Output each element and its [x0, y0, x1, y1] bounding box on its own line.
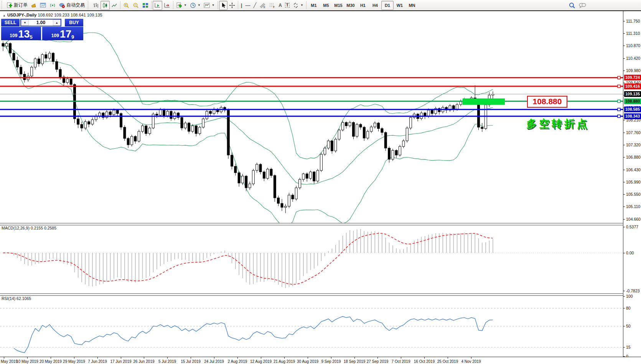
indicators-button[interactable]: ▼ — [175, 1, 188, 10]
trendline-icon: ╱ — [253, 2, 256, 8]
horizontal-level-line[interactable] — [0, 86, 623, 87]
line-drag-handle[interactable] — [618, 108, 620, 111]
price-tick-mark — [623, 33, 625, 34]
level-price-label: 109.724 — [624, 75, 641, 80]
signals-button[interactable] — [48, 1, 57, 10]
vertical-line-button[interactable]: | — [239, 1, 244, 10]
new-order-button[interactable]: 新订单 — [5, 1, 29, 10]
sell-price-display[interactable]: 109135 — [1, 27, 41, 40]
autotrade-button[interactable]: 自动交易 — [57, 1, 86, 10]
line-chart-icon — [111, 2, 117, 8]
date-tick-mark — [448, 357, 448, 359]
price-tick-mark — [623, 170, 625, 170]
buy-price-display[interactable]: 109179 — [42, 27, 83, 40]
price-callout[interactable]: 108.880 — [527, 96, 567, 108]
macd-scale-label: 0.00 — [626, 251, 634, 255]
text-label-button[interactable]: T — [283, 1, 291, 10]
timeframe-group: M1M5M15M30H1H4D1W1MN — [308, 1, 418, 10]
price-tick-label: 107.760 — [626, 130, 641, 135]
turning-point-annotation[interactable]: 多空转折点 — [526, 117, 590, 131]
sell-price-handle: 109 — [10, 33, 17, 38]
vertical-line-icon: | — [241, 2, 242, 8]
candlestick-chart-button[interactable] — [101, 1, 110, 10]
date-tick-label: 27 Sep 2019 — [367, 359, 389, 364]
panel-splitter[interactable] — [0, 293, 641, 296]
line-drag-handle[interactable] — [618, 100, 620, 103]
line-chart-button[interactable] — [110, 1, 119, 10]
sell-button[interactable]: SELL — [1, 19, 20, 26]
periods-button[interactable]: ▼ — [188, 1, 202, 10]
timeframe-button-H4[interactable]: H4 — [369, 1, 381, 10]
tile-windows-button[interactable] — [141, 1, 150, 10]
one-click-trade-panel: SELL ▼ ▲ BUY 109135 109179 — [1, 19, 83, 40]
horizontal-line-button[interactable]: — — [244, 1, 252, 10]
volume-decrease-button[interactable]: ▼ — [21, 20, 29, 26]
resistance-zone-rectangle[interactable] — [463, 98, 505, 105]
text-button[interactable]: A — [277, 1, 283, 10]
arrows-button[interactable]: ▼ — [291, 1, 305, 10]
line-drag-handle[interactable] — [618, 115, 620, 118]
new-chart-button[interactable] — [38, 1, 48, 10]
chart-shift-icon — [164, 2, 170, 8]
price-tick-mark — [623, 157, 625, 157]
auto-scroll-button[interactable] — [153, 1, 162, 10]
date-tick-mark — [4, 357, 4, 359]
macd-indicator-label: MACD(12,26,9) 0.2155 0.2585 — [2, 226, 56, 230]
timeframe-button-M1[interactable]: M1 — [308, 1, 320, 10]
channel-button[interactable]: E — [258, 1, 267, 10]
templates-button[interactable]: ▼ — [202, 1, 216, 10]
timeframe-button-M15[interactable]: M15 — [332, 1, 344, 10]
price-tick-label: 104.660 — [626, 217, 641, 221]
price-tick-mark — [623, 46, 625, 46]
volume-input[interactable] — [29, 20, 53, 26]
line-drag-handle[interactable] — [618, 85, 620, 88]
panel-splitter[interactable] — [0, 223, 641, 225]
search-button[interactable] — [567, 1, 577, 10]
trendline-button[interactable]: ╱ — [252, 1, 258, 10]
line-drag-handle[interactable] — [618, 76, 620, 79]
chevron-down-icon: ▼ — [300, 3, 303, 7]
rsi-scale-label: 80 — [626, 306, 631, 310]
timeframe-button-W1[interactable]: W1 — [394, 1, 406, 10]
timeframe-button-MN[interactable]: MN — [406, 1, 418, 10]
main-toolbar: 新订单 自动交易 — [0, 0, 641, 11]
cursor-button[interactable] — [219, 1, 227, 10]
bars-chart-button[interactable] — [91, 1, 101, 10]
buy-button[interactable]: BUY — [65, 19, 83, 26]
macd-histogram — [3, 229, 493, 288]
crosshair-button[interactable] — [227, 1, 237, 10]
zoom-out-button[interactable] — [131, 1, 141, 10]
timeframe-button-M30[interactable]: M30 — [344, 1, 357, 10]
date-tick-label: 7 Oct 2019 — [392, 359, 410, 364]
candlestick-chart-icon — [102, 2, 108, 8]
indicators-icon — [176, 2, 182, 8]
timeframe-button-D1[interactable]: D1 — [381, 1, 394, 10]
volume-increase-button[interactable]: ▲ — [53, 20, 61, 26]
fibonacci-icon: F — [269, 2, 275, 8]
price-tick-label: 107.320 — [626, 143, 641, 147]
chat-button[interactable] — [577, 1, 588, 10]
date-tick-mark — [167, 357, 168, 359]
chart-shift-button[interactable] — [162, 1, 172, 10]
timeframe-button-M5[interactable]: M5 — [320, 1, 332, 10]
price-axis: 111.750111.310110.870110.420109.980109.5… — [623, 11, 641, 357]
date-tick-mark — [237, 357, 238, 359]
bars-chart-icon — [93, 2, 99, 8]
zoom-in-button[interactable] — [122, 1, 131, 10]
date-tick-label: 25 Oct 2019 — [437, 359, 458, 364]
horizontal-level-line[interactable] — [0, 77, 623, 78]
timeframe-button-H1[interactable]: H1 — [357, 1, 369, 10]
date-tick-label: 29 May 2019 — [63, 359, 85, 364]
toolbar-separator — [173, 1, 173, 9]
chevron-down-icon: ▼ — [198, 3, 201, 7]
cursor-icon — [221, 2, 226, 8]
chat-icon — [578, 2, 586, 9]
horizontal-level-line[interactable] — [0, 109, 623, 110]
collapse-panel-icon[interactable]: ▲ — [3, 14, 6, 17]
price-tick-mark — [623, 182, 625, 182]
fibonacci-button[interactable]: F — [267, 1, 277, 10]
bollinger-band-line — [3, 45, 493, 184]
rsi-tick-mark — [623, 347, 625, 348]
macd-tick-mark — [623, 253, 625, 253]
megaphone-button[interactable] — [29, 1, 38, 10]
